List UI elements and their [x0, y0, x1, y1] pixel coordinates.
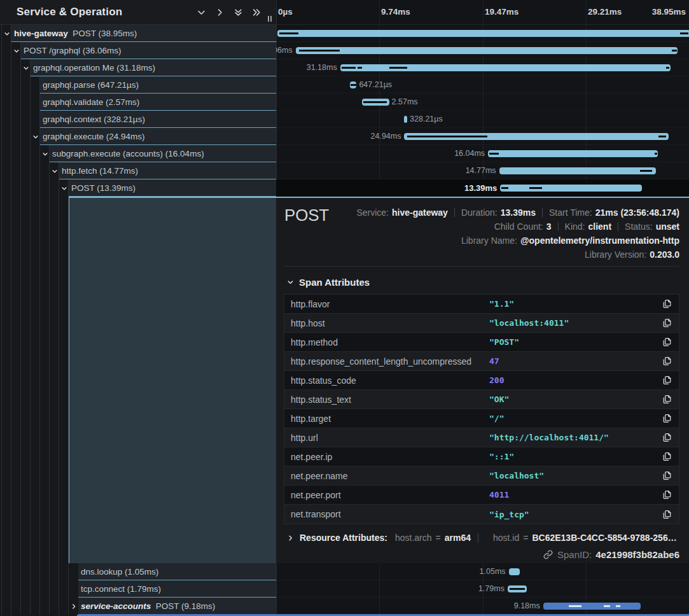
span-row[interactable]: tcp.connect (1.79ms)1.79ms [0, 580, 689, 598]
collapse-children-icon[interactable] [59, 179, 69, 197]
collapse-one-icon[interactable] [196, 7, 206, 17]
span-duration-bar[interactable] [404, 116, 408, 123]
copy-icon[interactable] [655, 356, 679, 366]
span-row[interactable]: graphql.context (328.21µs)328.21µs [0, 111, 689, 128]
span-duration-bar[interactable] [488, 150, 658, 157]
collapse-children-icon[interactable] [40, 145, 50, 162]
span-bar-cell[interactable]: 2.57ms [276, 94, 689, 111]
collapse-children-icon[interactable] [31, 128, 40, 145]
link-icon[interactable] [543, 550, 553, 559]
overview-separator [558, 222, 559, 231]
span-row[interactable]: POST /graphql (36.06ms)36.06ms [0, 42, 689, 59]
operation-name: POST /graphql (36.06ms) [24, 46, 122, 55]
service-name: service-accounts [81, 601, 151, 611]
span-bar-cell[interactable]: 14.77ms [276, 162, 689, 179]
span-row[interactable]: subgraph.execute (accounts) (16.04ms)16.… [0, 145, 689, 162]
span-bar-cell[interactable]: 38.95ms [276, 25, 689, 42]
span-row[interactable]: dns.lookup (1.05ms)1.05ms [0, 563, 689, 580]
span-duration-bar[interactable] [500, 185, 642, 192]
span-bar-cell[interactable]: 1.05ms [276, 563, 689, 580]
copy-icon[interactable] [655, 299, 679, 309]
copy-icon[interactable] [655, 337, 679, 347]
span-row[interactable]: graphql.execute (24.94ms)24.94ms [0, 128, 689, 145]
collapse-children-icon[interactable] [11, 42, 21, 59]
span-name-content: graphql.execute (24.94ms) [40, 128, 276, 145]
copy-icon[interactable] [655, 375, 679, 385]
span-name-cell[interactable]: hive-gateway POST (38.95ms) [0, 25, 276, 42]
copy-icon[interactable] [655, 318, 679, 328]
overview-value: client [588, 221, 611, 232]
span-row[interactable]: service-accounts POST (9.18ms)9.18ms [0, 598, 689, 615]
expand-children-icon[interactable] [69, 598, 78, 615]
ruler-tick: 9.74ms [381, 0, 410, 24]
span-duration-bar[interactable] [499, 167, 656, 174]
span-row[interactable]: graphql.parse (647.21µs)647.21µs [0, 76, 689, 94]
span-row[interactable]: http.fetch (14.77ms)14.77ms [0, 162, 689, 179]
span-rows: hive-gateway POST (38.95ms)38.95msPOST /… [0, 25, 689, 615]
span-duration-bar[interactable] [404, 133, 669, 140]
attribute-key: net.peer.name [284, 471, 489, 481]
span-name-cell[interactable]: graphql.parse (647.21µs) [0, 76, 276, 94]
span-bar-cell[interactable]: 36.06ms [276, 42, 689, 59]
span-name-cell[interactable]: dns.lookup (1.05ms) [0, 563, 276, 580]
span-name-cell[interactable]: graphql.operation Me (31.18ms) [0, 59, 276, 76]
span-row[interactable]: hive-gateway POST (38.95ms)38.95ms [0, 25, 689, 42]
span-row[interactable]: graphql.operation Me (31.18ms)31.18ms [0, 59, 689, 76]
child-time-marker [299, 50, 339, 52]
operation-name: graphql.operation Me (31.18ms) [33, 63, 155, 73]
span-bar-cell[interactable]: 16.04ms [276, 145, 689, 162]
expand-all-icon[interactable] [251, 7, 261, 17]
span-bar-cell[interactable]: 13.39ms [276, 179, 689, 197]
span-duration-bar[interactable] [277, 30, 689, 37]
copy-icon[interactable] [655, 395, 679, 404]
span-duration-bar[interactable] [350, 81, 357, 88]
collapse-children-icon[interactable] [21, 59, 31, 76]
attribute-row: http.response_content_length_uncompresse… [284, 352, 679, 371]
expand-one-icon[interactable] [214, 7, 225, 17]
span-duration-bar[interactable] [508, 585, 527, 592]
span-name-cell[interactable]: graphql.execute (24.94ms) [0, 128, 276, 145]
span-duration-bar[interactable] [509, 568, 520, 575]
attribute-value: "POST" [489, 337, 655, 347]
column-resize-grip[interactable] [266, 16, 274, 22]
span-duration-label: 31.18ms [307, 59, 337, 76]
copy-icon[interactable] [655, 490, 679, 500]
span-name-cell[interactable]: graphql.context (328.21µs) [0, 111, 276, 128]
operation-name: POST (38.95ms) [73, 29, 137, 38]
span-name-cell[interactable]: POST /graphql (36.06ms) [0, 42, 276, 59]
span-name-cell[interactable]: service-accounts POST (9.18ms) [0, 598, 276, 615]
copy-icon[interactable] [655, 414, 679, 423]
copy-icon[interactable] [655, 433, 679, 442]
collapse-children-icon[interactable] [2, 25, 11, 42]
span-bar-cell[interactable]: 24.94ms [276, 128, 689, 145]
span-attributes-toggle[interactable]: Span Attributes [287, 277, 370, 288]
span-bar-cell[interactable]: 9.18ms [276, 598, 689, 615]
collapse-children-icon[interactable] [50, 162, 59, 179]
span-name-cell[interactable]: POST (13.39ms) [0, 179, 276, 197]
span-bar-cell[interactable]: 31.18ms [276, 59, 689, 76]
span-duration-bar[interactable] [296, 47, 678, 54]
collapse-all-icon[interactable] [233, 7, 243, 17]
span-bar-cell[interactable]: 328.21µs [276, 111, 689, 128]
span-name-cell[interactable]: tcp.connect (1.79ms) [0, 580, 276, 598]
copy-icon[interactable] [655, 471, 679, 480]
span-duration-bar[interactable] [543, 603, 641, 610]
span-row[interactable]: POST (13.39ms)13.39ms [0, 179, 689, 197]
span-duration-label: 36.06ms [276, 42, 293, 59]
span-duration-bar[interactable] [362, 99, 389, 106]
span-name-cell[interactable]: subgraph.execute (accounts) (16.04ms) [0, 145, 276, 162]
span-row[interactable]: graphql.validate (2.57ms)2.57ms [0, 94, 689, 111]
span-bar-cell[interactable]: 1.79ms [276, 580, 689, 598]
span-duration-bar[interactable] [340, 64, 671, 71]
resource-attributes-toggle[interactable]: Resource Attributes:host.arch=arm64host.… [287, 533, 677, 543]
span-name-cell[interactable]: http.fetch (14.77ms) [0, 162, 276, 179]
attribute-row: http.url"http://localhost:4011/" [284, 428, 679, 447]
child-time-marker [680, 32, 688, 34]
child-time-marker [529, 187, 542, 189]
copy-icon[interactable] [655, 452, 679, 461]
copy-icon[interactable] [655, 510, 679, 519]
span-name-cell[interactable]: graphql.validate (2.57ms) [0, 94, 276, 111]
span-bar-cell[interactable]: 647.21µs [276, 76, 689, 94]
attribute-value: 47 [489, 356, 655, 366]
header-bar: Service & Operation 0µs9.74ms19.47ms29.2… [0, 0, 689, 25]
